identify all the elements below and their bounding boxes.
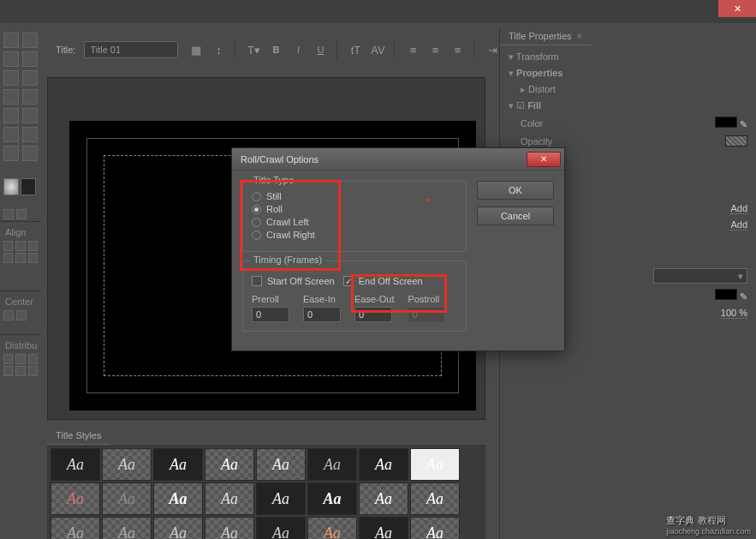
roll-crawl-dialog: Roll/Crawl Options ✕ Title Type Still Ro… bbox=[231, 147, 565, 351]
radio-still[interactable] bbox=[252, 192, 261, 201]
highlight-dot bbox=[426, 199, 429, 201]
preroll-input[interactable] bbox=[252, 307, 289, 322]
easein-input[interactable] bbox=[303, 307, 341, 322]
radio-crawl-right[interactable] bbox=[252, 231, 261, 240]
dialog-title: Roll/Crawl Options bbox=[241, 154, 318, 165]
checkbox-end-off[interactable] bbox=[343, 276, 354, 286]
radio-roll[interactable] bbox=[252, 205, 261, 214]
title-type-fieldset: Title Type Still Roll Crawl Left Crawl R… bbox=[242, 181, 467, 252]
dialog-close-button[interactable]: ✕ bbox=[527, 152, 561, 167]
timing-legend: Timing (Frames) bbox=[250, 255, 325, 265]
title-type-legend: Title Type bbox=[250, 175, 297, 185]
timing-fieldset: Timing (Frames) Start Off Screen End Off… bbox=[242, 261, 467, 332]
easeout-input[interactable] bbox=[354, 307, 392, 322]
cancel-button[interactable]: Cancel bbox=[477, 207, 554, 225]
watermark: 查字典 教程网 jiaocheng.chazidian.com bbox=[666, 513, 751, 536]
postroll-input bbox=[408, 307, 445, 322]
checkbox-start-off[interactable] bbox=[252, 276, 262, 286]
radio-crawl-left[interactable] bbox=[252, 218, 261, 227]
ok-button[interactable]: OK bbox=[477, 181, 554, 200]
